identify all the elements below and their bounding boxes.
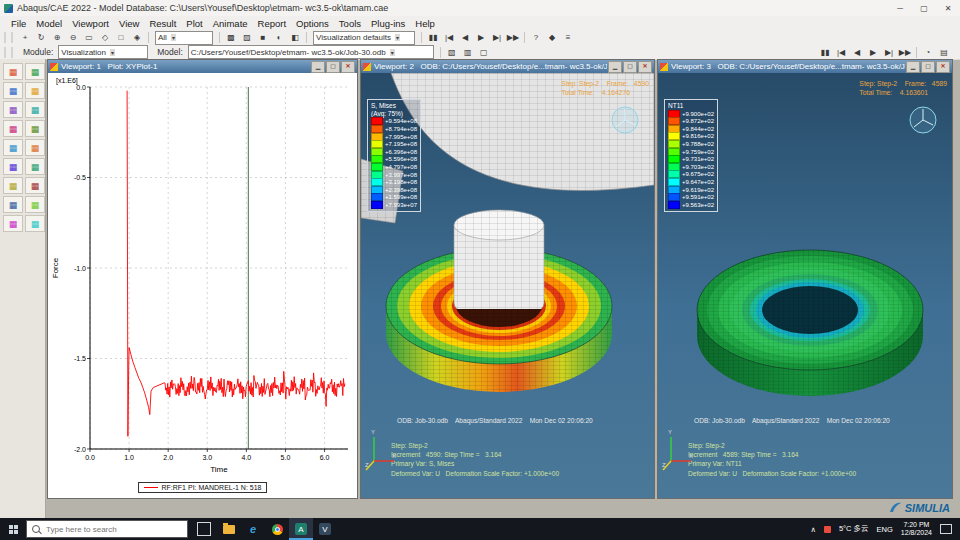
color-code-icon[interactable]: ▥ (460, 46, 476, 59)
odb-canvas-mises[interactable]: S, Mises(Avg: 75%)+9.594e+08+8.794e+08+7… (361, 73, 654, 498)
zoom-out-icon[interactable]: ⊖ (65, 31, 81, 44)
field-output-tool-icon[interactable]: ▦ (3, 177, 23, 194)
last-image-icon[interactable]: ▶▶ (897, 46, 913, 59)
view-cut-manager-icon[interactable]: ▦ (3, 158, 23, 175)
tools-icon[interactable]: ◆ (544, 31, 560, 44)
wireframe-render-icon[interactable]: ▩ (223, 31, 239, 44)
next-image-icon[interactable]: ▶| (881, 46, 897, 59)
menu-item-plug-ins[interactable]: Plug-ins (366, 18, 410, 29)
create-path-icon[interactable]: ▦ (3, 196, 23, 213)
viewport-minimize-button[interactable]: ▁ (608, 61, 622, 73)
menu-item-viewport[interactable]: Viewport (67, 18, 114, 29)
menu-item-result[interactable]: Result (144, 18, 181, 29)
render-options-icon[interactable]: ≡ (560, 31, 576, 44)
box-zoom-icon[interactable]: ▭ (81, 31, 97, 44)
play-animation-icon[interactable]: ▶ (473, 31, 489, 44)
menu-item-options[interactable]: Options (291, 18, 334, 29)
view-compass-icon[interactable] (908, 105, 938, 135)
viewport-minimize-button[interactable]: ▁ (311, 61, 325, 73)
animate-harmonic-icon[interactable]: ▮▮ (817, 46, 833, 59)
taskbar-app-edge[interactable]: e (241, 518, 265, 540)
menu-item-report[interactable]: Report (253, 18, 292, 29)
viewport-2-titlebar[interactable]: Viewport: 2 ODB: C:/Users/Yousef/Desktop… (361, 60, 654, 73)
first-image-icon[interactable]: |◀ (441, 31, 457, 44)
tray-clock[interactable]: 7:20 PM 12/8/2024 (901, 521, 932, 537)
fit-view-icon[interactable]: ◇ (97, 31, 113, 44)
animate-harmonic-icon[interactable]: ▮▮ (425, 31, 441, 44)
viewport-minimize-button[interactable]: ▁ (906, 61, 920, 73)
title-bar[interactable]: Abaqus/CAE 2022 - Model Database: C:\Use… (0, 0, 960, 17)
taskbar-app-abaqus-viewer[interactable]: V (313, 518, 337, 540)
last-image-icon[interactable]: ▶▶ (505, 31, 521, 44)
viewport-3-titlebar[interactable]: Viewport: 3 ODB: C:/Users/Yousef/Desktop… (658, 60, 952, 73)
stream-plot-icon[interactable]: ▦ (3, 215, 23, 232)
rotate-view-icon[interactable]: ↻ (33, 31, 49, 44)
field-output-icon[interactable]: ◔ (920, 46, 936, 59)
menu-item-view[interactable]: View (114, 18, 144, 29)
tray-language[interactable]: ENG (877, 525, 893, 534)
probe-values-icon[interactable]: ▦ (25, 177, 45, 194)
contour-plot-icon[interactable]: ▦ (3, 63, 23, 80)
query-icon[interactable]: ? (528, 31, 544, 44)
tray-weather[interactable]: 5°C 多云 (839, 524, 869, 534)
close-button[interactable]: ✕ (936, 0, 960, 16)
tray-chevron-icon[interactable]: ∧ (810, 525, 816, 534)
xy-plot-canvas[interactable]: 0.01.02.03.04.05.06.00.0-0.5-1.0-1.5-2.0… (48, 73, 357, 498)
defaults-selector-combo[interactable]: Visualization defaults▾ (313, 31, 415, 45)
object-selector-combo[interactable]: All▾ (155, 31, 213, 45)
viewport-close-button[interactable]: ✕ (936, 61, 950, 73)
front-view-icon[interactable]: □ (113, 31, 129, 44)
action-center-icon[interactable] (940, 524, 952, 534)
iso-view-icon[interactable]: ◈ (129, 31, 145, 44)
undeformed-shape-icon[interactable]: ▦ (3, 101, 23, 118)
viewport-1[interactable]: Viewport: 1 Plot: XYPlot-1 ▁ ▢ ✕ 0.01.02… (47, 59, 358, 499)
menu-item-tools[interactable]: Tools (334, 18, 366, 29)
menu-item-model[interactable]: Model (31, 18, 67, 29)
taskbar-app-chrome[interactable] (265, 518, 289, 540)
previous-image-icon[interactable]: ◀ (849, 46, 865, 59)
odb-canvas-nt11[interactable]: NT11+9.900e+02+9.872e+02+9.844e+02+9.816… (658, 73, 952, 498)
view-compass-icon[interactable] (610, 105, 640, 135)
perspective-icon[interactable]: ◐ (271, 31, 287, 44)
animate-time-history-icon[interactable]: ▦ (25, 120, 45, 137)
viewport-2[interactable]: Viewport: 2 ODB: C:/Users/Yousef/Desktop… (360, 59, 655, 499)
minimize-button[interactable]: ─ (888, 0, 912, 16)
menu-item-file[interactable]: File (6, 18, 31, 29)
next-image-icon[interactable]: ▶| (489, 31, 505, 44)
taskbar-search[interactable] (26, 520, 188, 538)
animate-scale-icon[interactable]: ▦ (3, 139, 23, 156)
overlay-plot-icon[interactable]: ▦ (25, 101, 45, 118)
zoom-in-icon[interactable]: ⊕ (49, 31, 65, 44)
start-button[interactable] (0, 518, 26, 540)
toolbar-grip[interactable] (4, 47, 13, 58)
material-orientation-icon[interactable]: ▦ (3, 82, 23, 99)
previous-image-icon[interactable]: ◀ (457, 31, 473, 44)
deformed-shape-icon[interactable]: ▦ (25, 82, 45, 99)
free-body-cut-icon[interactable]: ▦ (25, 196, 45, 213)
play-animation-icon[interactable]: ▶ (865, 46, 881, 59)
create-display-group-icon[interactable]: ▧ (444, 46, 460, 59)
first-image-icon[interactable]: |◀ (833, 46, 849, 59)
viewport-close-button[interactable]: ✕ (638, 61, 652, 73)
maximize-button[interactable]: ▢ (912, 0, 936, 16)
module-combo[interactable]: Visualization▾ (58, 45, 148, 59)
visualization-options-icon[interactable]: ▦ (25, 215, 45, 232)
display-group-icon[interactable]: ▦ (25, 158, 45, 175)
viewport-maximize-button[interactable]: ▢ (326, 61, 340, 73)
model-combo[interactable]: C:/Users/Yousef/Desktop/etmam- wc3.5-ok/… (188, 45, 434, 59)
viewport-3[interactable]: Viewport: 3 ODB: C:/Users/Yousef/Desktop… (657, 59, 953, 499)
taskbar-app-abaqus-cae[interactable]: A (289, 518, 313, 540)
menu-item-plot[interactable]: Plot (181, 18, 207, 29)
menu-item-help[interactable]: Help (410, 18, 440, 29)
menu-item-animate[interactable]: Animate (208, 18, 253, 29)
viewport-close-button[interactable]: ✕ (341, 61, 355, 73)
viewport-1-titlebar[interactable]: Viewport: 1 Plot: XYPlot-1 ▁ ▢ ✕ (48, 60, 357, 73)
query-information-icon[interactable]: ▦ (25, 139, 45, 156)
contour-options-icon[interactable]: ▢ (476, 46, 492, 59)
hidden-line-render-icon[interactable]: ▨ (239, 31, 255, 44)
toolbar-grip[interactable] (4, 32, 13, 43)
search-input[interactable] (44, 524, 182, 535)
task-view-icon[interactable] (197, 522, 211, 536)
viewport-maximize-button[interactable]: ▢ (623, 61, 637, 73)
xy-data-manager-icon[interactable]: ▦ (3, 120, 23, 137)
